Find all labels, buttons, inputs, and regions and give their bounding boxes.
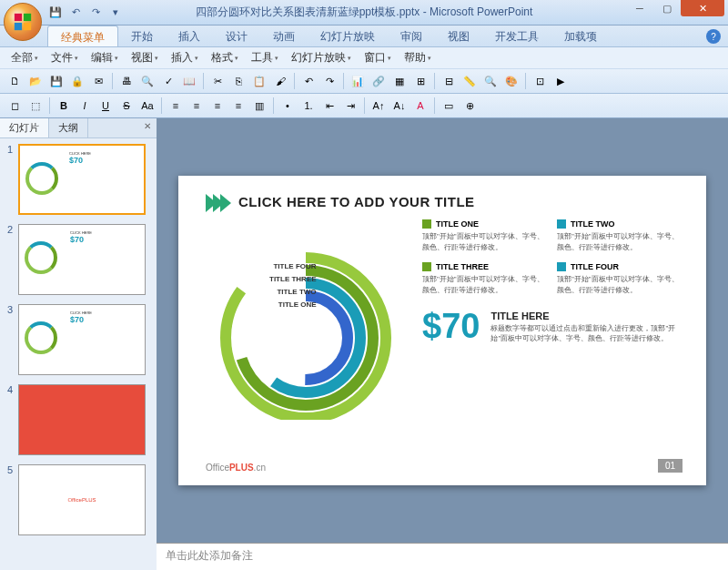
toolbar-row-1: 🗋 📂 💾 🔒 ✉ 🖶 🔍 ✓ 📖 ✂ ⎘ 📋 🖌 ↶ ↷ 📊 🔗 ▦ ⊞ ⊟ … <box>0 69 728 94</box>
save-icon[interactable]: 💾 <box>47 5 64 21</box>
font-color-icon[interactable]: A <box>411 97 430 115</box>
menu-format[interactable]: 格式▾ <box>206 48 244 67</box>
tab-design[interactable]: 设计 <box>213 25 260 46</box>
new-slide-icon[interactable]: ⊕ <box>460 97 479 115</box>
slide-thumb-3[interactable]: 3 CLICK HERE$70 <box>4 304 153 375</box>
ruler-icon[interactable]: 📏 <box>460 72 479 90</box>
quad-2[interactable]: TITLE TWO 顶部"开始"面板中可以对字体、字号、颜色、行距等进行修改。 <box>557 219 679 253</box>
window-icon[interactable]: ⊡ <box>531 72 549 90</box>
price-title[interactable]: TITLE HERE <box>490 310 679 321</box>
undo-icon[interactable]: ↶ <box>299 72 318 90</box>
columns-icon[interactable]: ▥ <box>250 97 268 115</box>
maximize-button[interactable]: ▢ <box>653 0 681 16</box>
ring-labels: TITLE FOUR TITLE THREE TITLE TWO TITLE O… <box>269 260 317 311</box>
slide-thumb-4[interactable]: 4 <box>4 384 153 455</box>
font-size-inc-icon[interactable]: A↑ <box>369 97 388 115</box>
zoom-icon[interactable]: 🔍 <box>481 72 500 90</box>
price-desc[interactable]: 标题数字等都可以通过点击和重新输入进行更改，顶部"开始"面板中可以对字体、字号、… <box>490 323 679 343</box>
table-icon[interactable]: ▦ <box>390 72 409 90</box>
menu-window[interactable]: 窗口▾ <box>359 48 397 67</box>
numbering-icon[interactable]: 1. <box>299 97 318 115</box>
quad-4[interactable]: TITLE FOUR 顶部"开始"面板中可以对字体、字号、颜色、行距等进行修改。 <box>557 262 679 296</box>
thumb-tab-slides[interactable]: 幻灯片 <box>0 118 49 137</box>
slide-area: CLICK HERE TO ADD YOUR TITLE TITLE FOUR … <box>157 118 728 570</box>
menu-tools[interactable]: 工具▾ <box>246 48 284 67</box>
research-icon[interactable]: 📖 <box>180 72 198 90</box>
tab-home[interactable]: 开始 <box>118 25 166 46</box>
quad-3[interactable]: TITLE THREE 顶部"开始"面板中可以对字体、字号、颜色、行距等进行修改… <box>422 262 544 296</box>
thumbnail-list: 1 CLICK HERE$70 2 CLICK HERE$70 3 CLICK … <box>0 138 157 570</box>
bold-icon[interactable]: B <box>55 97 73 115</box>
font-size-dec-icon[interactable]: A↓ <box>390 97 409 115</box>
strikethrough-icon[interactable]: S <box>117 97 136 115</box>
print-icon[interactable]: 🖶 <box>117 72 136 90</box>
underline-icon[interactable]: U <box>96 97 115 115</box>
justify-icon[interactable]: ≡ <box>229 97 248 115</box>
color-icon[interactable]: 🎨 <box>502 72 521 90</box>
tables-icon[interactable]: ⊞ <box>411 72 430 90</box>
permission-icon[interactable]: 🔒 <box>68 72 86 90</box>
menu-slideshow[interactable]: 幻灯片放映▾ <box>286 48 357 67</box>
open-icon[interactable]: 📂 <box>26 72 45 90</box>
menu-all[interactable]: 全部▾ <box>5 48 44 67</box>
thumb-tab-outline[interactable]: 大纲 <box>49 118 88 137</box>
notes-pane[interactable]: 单击此处添加备注 <box>157 543 728 570</box>
layout-icon[interactable]: ▭ <box>440 97 458 115</box>
menu-edit[interactable]: 编辑▾ <box>86 48 124 67</box>
paste-icon[interactable]: 📋 <box>250 72 268 90</box>
shadow-icon[interactable]: Aa <box>138 97 157 115</box>
tab-classic-menu[interactable]: 经典菜单 <box>47 25 118 46</box>
redo-icon[interactable]: ↷ <box>87 5 104 21</box>
preview-icon[interactable]: 🔍 <box>138 72 157 90</box>
save-icon[interactable]: 💾 <box>47 72 66 90</box>
minimize-button[interactable]: ─ <box>626 0 653 16</box>
mail-icon[interactable]: ✉ <box>89 72 107 90</box>
align-center-icon[interactable]: ≡ <box>187 97 206 115</box>
close-button[interactable]: ✕ <box>681 0 724 16</box>
help-icon[interactable]: ? <box>706 29 721 44</box>
align-left-icon[interactable]: ≡ <box>167 97 185 115</box>
slide-thumb-2[interactable]: 2 CLICK HERE$70 <box>4 224 153 295</box>
office-button[interactable] <box>4 3 42 41</box>
arrange-icon[interactable]: ⬚ <box>26 97 45 115</box>
bullets-icon[interactable]: • <box>278 97 297 115</box>
slide-canvas[interactable]: CLICK HERE TO ADD YOUR TITLE TITLE FOUR … <box>157 118 728 543</box>
svg-rect-0 <box>15 14 22 21</box>
quad-1[interactable]: TITLE ONE 顶部"开始"面板中可以对字体、字号、颜色、行距等进行修改。 <box>422 219 544 253</box>
indent-inc-icon[interactable]: ⇥ <box>341 97 359 115</box>
price-value[interactable]: $70 <box>422 307 480 346</box>
format-painter-icon[interactable]: 🖌 <box>271 72 289 90</box>
menu-help[interactable]: 帮助▾ <box>399 48 437 67</box>
tab-slideshow[interactable]: 幻灯片放映 <box>308 25 388 46</box>
copy-icon[interactable]: ⎘ <box>229 72 248 90</box>
undo-icon[interactable]: ↶ <box>67 5 84 21</box>
spellcheck-icon[interactable]: ✓ <box>159 72 177 90</box>
slide-thumb-1[interactable]: 1 CLICK HERE$70 <box>4 144 153 215</box>
chart-icon[interactable]: 📊 <box>349 72 367 90</box>
shapes-icon[interactable]: ◻ <box>5 97 24 115</box>
qat-more-icon[interactable]: ▾ <box>107 5 124 21</box>
slide-thumb-5[interactable]: 5 OfficePLUS <box>4 464 153 535</box>
thumbnail-panel: 幻灯片 大纲 ✕ 1 CLICK HERE$70 2 CLICK HERE$70… <box>0 118 157 570</box>
cut-icon[interactable]: ✂ <box>208 72 227 90</box>
thumb-panel-close-icon[interactable]: ✕ <box>138 118 157 137</box>
tab-animations[interactable]: 动画 <box>260 25 308 46</box>
menu-insert[interactable]: 插入▾ <box>166 48 204 67</box>
ring-chart[interactable]: TITLE FOUR TITLE THREE TITLE TWO TITLE O… <box>206 219 406 420</box>
italic-icon[interactable]: I <box>76 97 94 115</box>
tab-review[interactable]: 审阅 <box>388 25 435 46</box>
macro-icon[interactable]: ▶ <box>551 72 570 90</box>
menu-file[interactable]: 文件▾ <box>46 48 84 67</box>
grid-icon[interactable]: ⊟ <box>440 72 458 90</box>
tab-addins[interactable]: 加载项 <box>551 25 610 46</box>
new-icon[interactable]: 🗋 <box>5 72 24 90</box>
align-right-icon[interactable]: ≡ <box>208 97 227 115</box>
slide-title[interactable]: CLICK HERE TO ADD YOUR TITLE <box>238 194 475 209</box>
tab-view[interactable]: 视图 <box>435 25 482 46</box>
menu-view[interactable]: 视图▾ <box>126 48 164 67</box>
tab-insert[interactable]: 插入 <box>166 25 213 46</box>
hyperlink-icon[interactable]: 🔗 <box>369 72 388 90</box>
indent-dec-icon[interactable]: ⇤ <box>320 97 339 115</box>
tab-developer[interactable]: 开发工具 <box>482 25 551 46</box>
redo-icon[interactable]: ↷ <box>320 72 339 90</box>
